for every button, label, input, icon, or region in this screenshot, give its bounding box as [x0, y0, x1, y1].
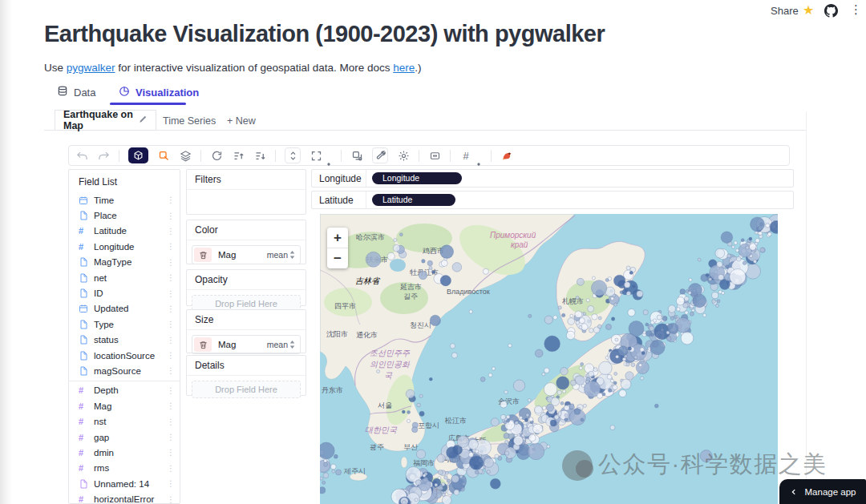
map-point[interactable]: [581, 362, 584, 365]
field-menu-icon[interactable]: ⋮: [167, 227, 175, 236]
map-point[interactable]: [553, 316, 557, 320]
map-point[interactable]: [576, 296, 579, 300]
map-point[interactable]: [417, 403, 421, 407]
trash-icon[interactable]: [194, 248, 212, 262]
map-point[interactable]: [516, 421, 519, 425]
map-point[interactable]: [402, 410, 405, 413]
map-point[interactable]: [621, 379, 631, 389]
map-point[interactable]: [440, 276, 451, 286]
field-menu-icon[interactable]: ⋮: [167, 336, 175, 345]
map-point[interactable]: [484, 458, 494, 468]
size-aggregation-select[interactable]: mean: [267, 340, 298, 349]
sort-descending-icon[interactable]: [253, 149, 266, 162]
map-point[interactable]: [654, 404, 658, 408]
map-point[interactable]: [754, 260, 757, 263]
map-point[interactable]: [520, 416, 523, 419]
map-point[interactable]: [589, 329, 594, 333]
map-point[interactable]: [749, 237, 752, 240]
map-point[interactable]: [565, 418, 568, 421]
field-item[interactable]: MagType⋮: [69, 255, 180, 270]
map-point[interactable]: [616, 355, 619, 358]
map-point[interactable]: [524, 418, 528, 421]
map-point[interactable]: [550, 420, 556, 426]
field-item[interactable]: Type⋮: [69, 317, 180, 332]
color-aggregation-select[interactable]: mean: [267, 250, 298, 260]
collapse-vertical-icon[interactable]: [285, 147, 301, 163]
map-point[interactable]: [591, 280, 606, 296]
refresh-icon[interactable]: [210, 149, 223, 162]
field-menu-icon[interactable]: ⋮: [167, 464, 175, 473]
map-point[interactable]: [324, 459, 327, 462]
map-point[interactable]: [681, 332, 694, 345]
map-point[interactable]: [535, 349, 543, 357]
map-point[interactable]: [407, 419, 410, 422]
map-point[interactable]: [324, 462, 328, 466]
map-point[interactable]: [387, 252, 395, 260]
map-point[interactable]: [452, 263, 462, 272]
map-point[interactable]: [626, 266, 630, 270]
map-point[interactable]: [689, 278, 692, 281]
map-point[interactable]: [544, 316, 552, 324]
map-point[interactable]: [645, 330, 651, 336]
map-point[interactable]: [570, 314, 573, 317]
map-point[interactable]: [554, 415, 559, 420]
field-item[interactable]: Place⋮: [69, 208, 180, 223]
map-point[interactable]: [393, 244, 400, 252]
map-point[interactable]: [641, 377, 644, 380]
map-point[interactable]: [641, 352, 645, 355]
map-point[interactable]: [490, 478, 500, 489]
map-point[interactable]: [402, 501, 406, 504]
github-icon[interactable]: [824, 4, 838, 18]
map-point[interactable]: [631, 363, 635, 367]
map-point[interactable]: [611, 317, 614, 321]
map-point[interactable]: [637, 291, 643, 297]
zoom-out-button[interactable]: −: [327, 248, 348, 268]
map-point[interactable]: [419, 394, 423, 397]
size-field-pill[interactable]: Mag mean: [192, 335, 301, 354]
map-point[interactable]: [366, 252, 381, 267]
map-point[interactable]: [599, 361, 613, 375]
map-point[interactable]: [636, 361, 649, 373]
painter-bird-icon[interactable]: [500, 149, 513, 162]
map-point[interactable]: [323, 473, 329, 478]
share-button[interactable]: Share: [771, 5, 799, 17]
field-item[interactable]: #Mag⋮: [69, 398, 180, 413]
edit-pencil-icon[interactable]: [139, 115, 148, 126]
field-item[interactable]: Unnamed: 14⋮: [69, 476, 180, 491]
field-menu-icon[interactable]: ⋮: [167, 212, 175, 220]
map-point[interactable]: [674, 316, 678, 319]
map-point[interactable]: [450, 344, 455, 349]
map-point[interactable]: [419, 411, 424, 416]
map-point[interactable]: [459, 475, 463, 478]
map-point[interactable]: [619, 389, 626, 397]
map-point[interactable]: [505, 451, 509, 455]
map-point[interactable]: [407, 410, 411, 413]
map-point[interactable]: [320, 442, 334, 459]
map-point[interactable]: [575, 311, 582, 318]
map-point[interactable]: [468, 439, 478, 449]
map-point[interactable]: [492, 367, 495, 370]
field-menu-icon[interactable]: ⋮: [167, 273, 175, 282]
map-point[interactable]: [406, 389, 415, 398]
map-point[interactable]: [581, 418, 584, 421]
map-point[interactable]: [716, 304, 719, 308]
map-point[interactable]: [615, 338, 618, 341]
map-point[interactable]: [684, 296, 689, 301]
tab-data[interactable]: Data: [57, 86, 95, 99]
map-point[interactable]: [751, 217, 765, 232]
number-format-icon[interactable]: #: [459, 149, 472, 162]
map-point[interactable]: [529, 417, 533, 421]
map-point[interactable]: [667, 324, 673, 329]
map-point[interactable]: [535, 405, 543, 413]
map-point[interactable]: [322, 481, 326, 484]
subtab-time-series[interactable]: Time Series: [163, 115, 216, 127]
map-point[interactable]: [693, 294, 706, 308]
map-point[interactable]: [568, 318, 575, 325]
map-point[interactable]: [487, 470, 490, 474]
selection-mode-icon[interactable]: [157, 149, 170, 162]
field-menu-icon[interactable]: ⋮: [167, 417, 175, 426]
map-point[interactable]: [602, 393, 605, 396]
map-point[interactable]: [430, 315, 440, 325]
map-point[interactable]: [583, 404, 586, 407]
longitude-field-pill[interactable]: Longitude: [372, 172, 462, 184]
